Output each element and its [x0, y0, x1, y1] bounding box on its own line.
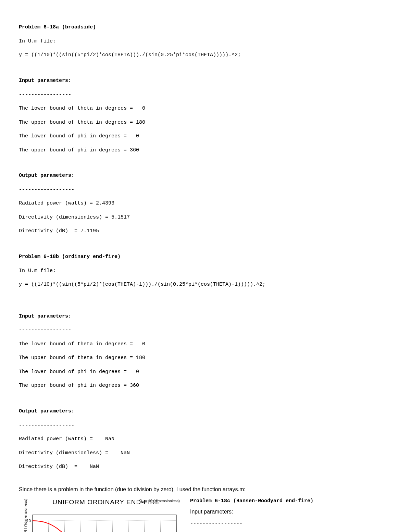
p18b-in2: The upper bound of theta in degrees = 18… [19, 355, 392, 361]
p18c-title: Problem 6-18c (Hansen-Woodyard end-fire) [190, 498, 392, 505]
dash: ------------------ [19, 186, 392, 193]
chart-svg: 0204060801001201401601800510θ (degrees)0… [19, 507, 183, 532]
p18b-title: Problem 6-18b (ordinary end-fire) [19, 253, 392, 260]
p18b-outhdr: Output parameters: [19, 408, 392, 415]
p18a-outhdr: Output parameters: [19, 172, 392, 179]
dash: ----------------- [19, 327, 392, 334]
figure: DIRECTIVITY(dimensionless) DIRECTIVITY(d… [19, 498, 183, 532]
p18a-in2: The upper bound of theta in degrees = 18… [19, 119, 392, 126]
p18b-out2: Directivity (dimensionless) = NaN [19, 450, 392, 457]
p18b-out3: Directivity (dB) = NaN [19, 463, 392, 470]
p18b-inhdr: Input parameters: [19, 313, 392, 320]
p18a-out3: Directivity (dB) = 7.1195 [19, 228, 392, 235]
p18b-eq: y = ((1/10)*((sin((5*pi/2)*(cos(THETA)-1… [19, 281, 392, 288]
p18a-in4: The upper bound of phi in degrees = 360 [19, 147, 392, 154]
p18a-in3: The lower bound of phi in degrees = 0 [19, 133, 392, 140]
p18b-in4: The upper bound of phi in degrees = 360 [19, 382, 392, 389]
p18a-file: In U.m file: [19, 38, 392, 45]
p18a-title: Problem 6-18a (broadside) [19, 24, 392, 31]
dash: ----------------- [19, 91, 392, 98]
ylabel1: DIRECTIVITY(dimensionless) [23, 499, 28, 532]
svg-rect-0 [33, 515, 176, 532]
p18b-in3: The lower bound of phi in degrees = 0 [19, 369, 392, 375]
p18b-out1: Radiated power (watts) = NaN [19, 436, 392, 443]
p18a-out2: Directivity (dimensionless) = 5.1517 [19, 214, 392, 221]
p18c-inhdr: Input parameters: [190, 508, 392, 516]
p18b-file: In U.m file: [19, 268, 392, 274]
p18a-inhdr: Input parameters: [19, 77, 392, 84]
p18a-eq: y = ((1/10)*((sin((5*pi/2)*cos(THETA))).… [19, 52, 392, 59]
note: Since there is a problem in the function… [19, 486, 392, 493]
chart-sub1: D0 = 10 (dimensionless) [139, 498, 180, 505]
dash: ------------------ [19, 422, 392, 429]
dash: ----------------- [190, 520, 392, 527]
p18a-in1: The lower bound of theta in degrees = 0 [19, 105, 392, 112]
p18b-in1: The lower bound of theta in degrees = 0 [19, 341, 392, 348]
p18a-out1: Radiated power (watts) = 2.4393 [19, 200, 392, 207]
